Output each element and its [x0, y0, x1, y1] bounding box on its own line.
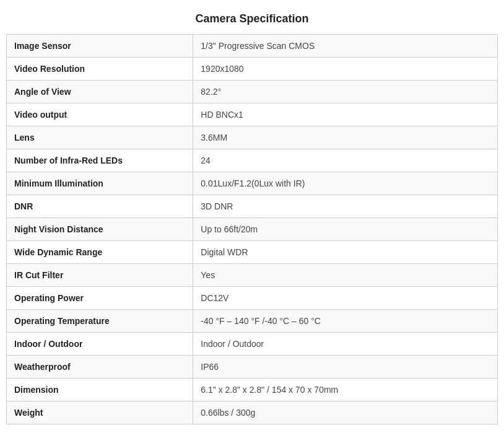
table-row: Angle of View82.2°	[7, 81, 498, 103]
table-row: Image Sensor1/3" Progressive Scan CMOS	[7, 35, 498, 58]
spec-label: Wide Dynamic Range	[7, 241, 193, 264]
spec-value: Up to 66ft/20m	[193, 218, 498, 241]
spec-value: Yes	[193, 264, 498, 287]
table-row: Night Vision DistanceUp to 66ft/20m	[7, 218, 498, 241]
table-row: Minimum Illumination0.01Lux/F1.2(0Lux wi…	[7, 172, 498, 195]
spec-value: 82.2°	[193, 81, 498, 103]
spec-table: Image Sensor1/3" Progressive Scan CMOSVi…	[6, 34, 498, 424]
spec-label: Dimension	[7, 379, 193, 401]
table-row: Video Resolution1920x1080	[7, 58, 498, 81]
table-row: Video outputHD BNCx1	[7, 103, 498, 126]
table-row: DNR3D DNR	[7, 195, 498, 218]
table-row: Wide Dynamic RangeDigital WDR	[7, 241, 498, 264]
spec-value: 0.01Lux/F1.2(0Lux with IR)	[193, 172, 498, 195]
table-row: IR Cut FilterYes	[7, 264, 498, 287]
spec-label: Minimum Illumination	[7, 172, 193, 195]
spec-label: Operating Power	[7, 287, 193, 310]
spec-label: Video Resolution	[7, 58, 193, 81]
spec-value: 6.1" x 2.8" x 2.8" / 154 x 70 x 70mm	[193, 379, 498, 401]
spec-value: Indoor / Outdoor	[193, 333, 498, 356]
spec-value: 0.66lbs / 300g	[193, 401, 498, 424]
spec-label: Image Sensor	[7, 35, 193, 58]
spec-label: Lens	[7, 126, 193, 149]
table-row: Operating Temperature-40 °F – 140 °F /-4…	[7, 310, 498, 333]
spec-label: Night Vision Distance	[7, 218, 193, 241]
spec-label: Angle of View	[7, 81, 193, 103]
spec-value: Digital WDR	[193, 241, 498, 264]
table-row: Number of Infra-Red LEDs24	[7, 149, 498, 172]
spec-label: Operating Temperature	[7, 310, 193, 333]
table-row: Lens3.6MM	[7, 126, 498, 149]
spec-label: Number of Infra-Red LEDs	[7, 149, 193, 172]
spec-label: DNR	[7, 195, 193, 218]
spec-label: Weight	[7, 401, 193, 424]
table-row: Weight0.66lbs / 300g	[7, 401, 498, 424]
spec-value: 1920x1080	[193, 58, 498, 81]
spec-label: Video output	[7, 103, 193, 126]
spec-value: 3D DNR	[193, 195, 498, 218]
page-container: Camera Specification Image Sensor1/3" Pr…	[0, 0, 504, 437]
spec-value: 1/3" Progressive Scan CMOS	[193, 35, 498, 58]
spec-value: HD BNCx1	[193, 103, 498, 126]
spec-label: IR Cut Filter	[7, 264, 193, 287]
table-row: Operating PowerDC12V	[7, 287, 498, 310]
spec-value: 3.6MM	[193, 126, 498, 149]
spec-value: DC12V	[193, 287, 498, 310]
table-row: Dimension6.1" x 2.8" x 2.8" / 154 x 70 x…	[7, 379, 498, 401]
spec-label: Indoor / Outdoor	[7, 333, 193, 356]
page-title: Camera Specification	[6, 12, 498, 25]
table-row: Indoor / OutdoorIndoor / Outdoor	[7, 333, 498, 356]
spec-value: -40 °F – 140 °F /-40 °C – 60 °C	[193, 310, 498, 333]
table-row: WeatherproofIP66	[7, 356, 498, 379]
spec-value: IP66	[193, 356, 498, 379]
spec-label: Weatherproof	[7, 356, 193, 379]
spec-value: 24	[193, 149, 498, 172]
